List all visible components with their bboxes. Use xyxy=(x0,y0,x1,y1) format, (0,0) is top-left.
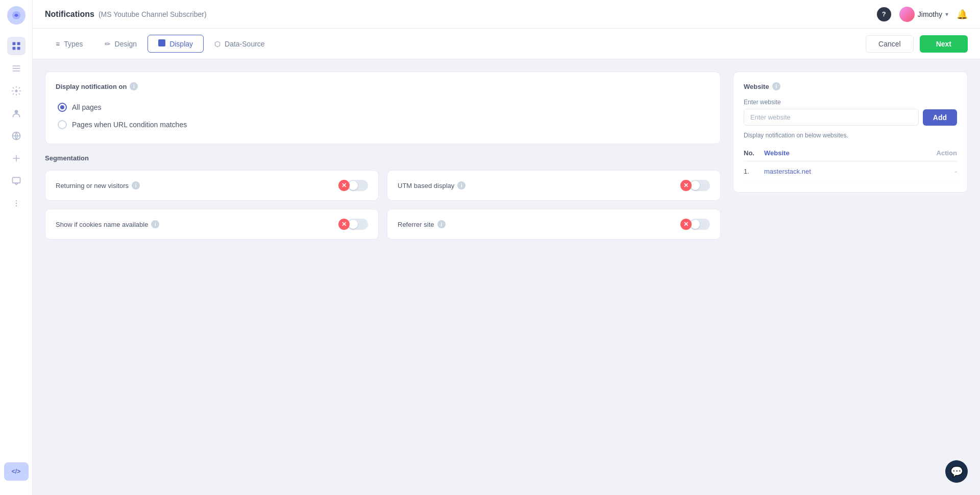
help-button[interactable]: ? xyxy=(877,7,891,21)
utm-based-card: UTM based display i ✕ xyxy=(387,170,721,201)
display-notification-info-icon[interactable]: i xyxy=(130,82,138,90)
utm-based-label-wrap: UTM based display i xyxy=(398,181,465,190)
utm-based-info-icon[interactable]: i xyxy=(457,181,465,190)
tab-design[interactable]: ✏ Design xyxy=(94,35,148,53)
svg-rect-15 xyxy=(158,39,165,46)
referrer-site-label: Referrer site xyxy=(398,221,434,228)
segmentation-section: Segmentation Returning or new visitors i… xyxy=(45,154,721,240)
referrer-site-thumb xyxy=(691,220,700,229)
referrer-site-info-icon[interactable]: i xyxy=(437,220,446,228)
svg-point-13 xyxy=(15,203,17,204)
col-website-header: Website xyxy=(764,149,926,157)
types-icon: ≡ xyxy=(56,40,60,48)
add-button[interactable]: Add xyxy=(923,109,957,126)
cookies-name-track[interactable] xyxy=(348,219,368,230)
svg-point-12 xyxy=(15,200,17,202)
svg-rect-7 xyxy=(12,70,20,72)
utm-based-x-icon[interactable]: ✕ xyxy=(680,180,692,191)
display-notification-card: Display notification on i All pages Page… xyxy=(45,72,721,144)
url-condition-radio[interactable] xyxy=(58,120,67,129)
row-action[interactable]: - xyxy=(926,168,957,175)
returning-visitors-info-icon[interactable]: i xyxy=(132,181,140,190)
svg-rect-2 xyxy=(17,42,20,45)
wizard-actions: Cancel Next xyxy=(866,35,968,53)
svg-point-8 xyxy=(15,90,17,92)
website-card: Website i Enter website Add Display noti… xyxy=(733,72,968,193)
next-button[interactable]: Next xyxy=(920,35,968,53)
returning-visitors-thumb xyxy=(349,181,358,190)
chat-icon: 💬 xyxy=(950,465,963,478)
tab-display-label: Display xyxy=(169,40,193,48)
cookies-name-toggle[interactable]: ✕ xyxy=(338,219,368,230)
website-input-label: Enter website xyxy=(744,99,957,106)
all-pages-option[interactable]: All pages xyxy=(56,99,710,116)
returning-visitors-label: Returning or new visitors xyxy=(56,182,129,190)
referrer-site-x-icon[interactable]: ✕ xyxy=(680,219,692,230)
all-pages-radio[interactable] xyxy=(58,103,67,112)
sidebar-item-grid[interactable] xyxy=(7,37,26,55)
tab-types[interactable]: ≡ Types xyxy=(45,35,94,53)
page-subtitle: (MS Youtube Channel Subscriber) xyxy=(99,10,207,18)
notification-bell-icon[interactable]: 🔔 xyxy=(957,9,968,20)
svg-rect-1 xyxy=(12,42,15,45)
utm-based-label: UTM based display xyxy=(398,182,454,190)
tab-design-label: Design xyxy=(115,40,137,48)
col-no-header: No. xyxy=(744,149,764,157)
website-table-header: No. Website Action xyxy=(744,145,957,161)
page-content: Display notification on i All pages Page… xyxy=(33,59,980,495)
sidebar-item-settings[interactable] xyxy=(7,82,26,100)
sidebar: </> xyxy=(0,0,33,495)
website-input-row: Add xyxy=(744,109,957,126)
utm-based-toggle[interactable]: ✕ xyxy=(680,180,710,191)
returning-visitors-toggle[interactable]: ✕ xyxy=(338,180,368,191)
referrer-site-card: Referrer site i ✕ xyxy=(387,209,721,240)
returning-visitors-label-wrap: Returning or new visitors i xyxy=(56,181,140,190)
utm-based-track[interactable] xyxy=(690,180,710,191)
website-notice: Display notification on below websites. xyxy=(744,132,957,139)
sidebar-item-menu[interactable] xyxy=(7,194,26,213)
sidebar-item-user[interactable] xyxy=(7,104,26,123)
app-logo[interactable] xyxy=(7,6,26,25)
sidebar-item-chat[interactable] xyxy=(7,172,26,190)
col-action-header: Action xyxy=(926,149,957,157)
wizard-bar: ≡ Types ✏ Design Display ⬡ Data-Source xyxy=(33,29,980,59)
svg-rect-6 xyxy=(12,68,20,69)
sidebar-item-layers[interactable] xyxy=(7,59,26,78)
user-menu[interactable]: Jimothy ▾ xyxy=(899,7,948,22)
code-button[interactable]: </> xyxy=(4,462,29,481)
svg-rect-4 xyxy=(17,47,20,50)
returning-visitors-x-icon[interactable]: ✕ xyxy=(338,180,350,191)
svg-rect-3 xyxy=(12,47,15,50)
page-title: Notifications xyxy=(45,10,94,19)
website-input[interactable] xyxy=(744,109,919,126)
cookies-name-thumb xyxy=(349,220,358,229)
cookies-name-x-icon[interactable]: ✕ xyxy=(338,219,350,230)
cancel-button[interactable]: Cancel xyxy=(866,35,914,53)
all-pages-label: All pages xyxy=(72,103,102,111)
segmentation-title: Segmentation xyxy=(45,154,721,162)
referrer-site-label-wrap: Referrer site i xyxy=(398,220,446,228)
sidebar-item-plus[interactable] xyxy=(7,149,26,168)
tab-datasource[interactable]: ⬡ Data-Source xyxy=(204,35,276,53)
svg-rect-5 xyxy=(12,65,20,66)
sidebar-item-globe[interactable] xyxy=(7,127,26,145)
display-notification-title: Display notification on i xyxy=(56,82,710,90)
left-panel: Display notification on i All pages Page… xyxy=(45,72,721,483)
utm-based-thumb xyxy=(691,181,700,190)
referrer-site-track[interactable] xyxy=(690,219,710,230)
returning-visitors-track[interactable] xyxy=(348,180,368,191)
right-panel: Website i Enter website Add Display noti… xyxy=(733,72,968,483)
chat-widget-button[interactable]: 💬 xyxy=(945,460,968,483)
cookies-name-info-icon[interactable]: i xyxy=(151,220,159,228)
row-website[interactable]: masterstack.net xyxy=(764,168,926,175)
design-icon: ✏ xyxy=(105,40,111,48)
referrer-site-toggle[interactable]: ✕ xyxy=(680,219,710,230)
datasource-icon: ⬡ xyxy=(214,40,220,48)
url-condition-option[interactable]: Pages when URL condition matches xyxy=(56,116,710,133)
website-table: No. Website Action 1. masterstack.net - xyxy=(744,145,957,182)
chevron-down-icon: ▾ xyxy=(945,11,948,18)
display-icon xyxy=(158,39,165,48)
tab-display[interactable]: Display xyxy=(148,35,204,53)
row-no: 1. xyxy=(744,168,764,175)
website-info-icon[interactable]: i xyxy=(772,82,780,90)
